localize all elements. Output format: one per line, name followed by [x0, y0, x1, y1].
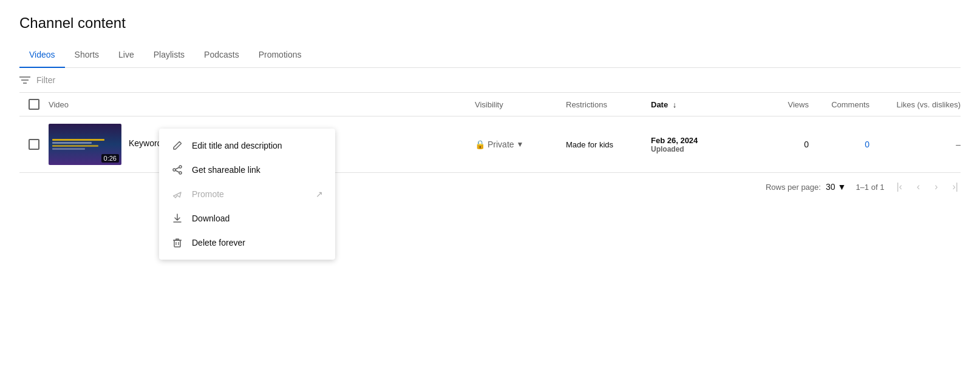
header-date[interactable]: Date ↓ — [651, 100, 748, 109]
date-value: Feb 26, 2024 — [651, 136, 748, 145]
restrictions-cell: Made for kids — [566, 140, 651, 149]
menu-share-label: Get shareable link — [192, 165, 260, 175]
filter-bar: Filter — [19, 68, 961, 93]
tabs-bar: Videos Shorts Live Playlists Podcasts Pr… — [19, 44, 961, 68]
pagination-range: 1–1 of 1 — [856, 183, 884, 192]
video-thumbnail[interactable]: 0:26 — [49, 124, 121, 165]
rows-per-page-arrow: ▼ — [838, 182, 846, 192]
menu-item-promote: Promote ↗ — [159, 182, 335, 206]
table-row: 0:26 Keyword Tracking With SEOptimer 🔒 P… — [19, 116, 961, 173]
first-page-button[interactable]: |‹ — [894, 179, 904, 195]
trash-icon — [171, 237, 183, 249]
svg-point-4 — [179, 172, 182, 174]
svg-rect-10 — [174, 240, 180, 247]
video-duration: 0:26 — [101, 154, 119, 163]
comments-cell[interactable]: 0 — [809, 140, 869, 149]
rows-per-page-label: Rows per page: — [766, 183, 821, 192]
tab-live[interactable]: Live — [109, 44, 144, 68]
pencil-icon — [171, 140, 183, 152]
menu-item-download[interactable]: Download — [159, 206, 335, 231]
share-icon — [171, 164, 183, 176]
menu-item-edit[interactable]: Edit title and description — [159, 133, 335, 158]
likes-cell: – — [869, 140, 961, 149]
restrictions-label: Made for kids — [566, 140, 613, 149]
download-icon — [171, 212, 183, 224]
tab-podcasts[interactable]: Podcasts — [194, 44, 249, 68]
visibility-label: Private — [488, 140, 514, 149]
row-checkbox[interactable] — [19, 139, 49, 150]
context-menu: Edit title and description Get shareable… — [159, 129, 335, 260]
svg-line-7 — [175, 170, 179, 172]
menu-edit-label: Edit title and description — [192, 141, 282, 150]
svg-point-8 — [173, 195, 174, 197]
views-cell: 0 — [748, 140, 809, 149]
menu-item-delete[interactable]: Delete forever — [159, 231, 335, 255]
header-likes: Likes (vs. dislikes) — [869, 100, 961, 109]
menu-item-share[interactable]: Get shareable link — [159, 158, 335, 182]
header-video: Video — [49, 100, 475, 109]
svg-point-5 — [173, 169, 175, 171]
tab-videos[interactable]: Videos — [19, 44, 65, 68]
filter-icon — [19, 76, 30, 84]
svg-line-6 — [175, 167, 179, 169]
tab-shorts[interactable]: Shorts — [65, 44, 109, 68]
date-status: Uploaded — [651, 145, 748, 153]
header-views: Views — [748, 100, 809, 109]
visibility-dropdown-arrow: ▼ — [517, 140, 524, 149]
page-wrapper: Channel content Videos Shorts Live Playl… — [0, 0, 980, 367]
external-link-icon: ↗ — [316, 189, 323, 199]
visibility-dropdown[interactable]: 🔒 Private ▼ — [475, 140, 566, 149]
tab-promotions[interactable]: Promotions — [249, 44, 311, 68]
next-page-button[interactable]: › — [932, 179, 940, 195]
visibility-cell: 🔒 Private ▼ — [475, 140, 566, 149]
rows-per-page: Rows per page: 30 ▼ — [766, 182, 846, 192]
date-cell: Feb 26, 2024 Uploaded — [651, 136, 748, 153]
svg-point-3 — [179, 166, 182, 168]
table-header: Video Visibility Restrictions Date ↓ Vie… — [19, 93, 961, 116]
rows-per-page-value: 30 — [826, 182, 835, 192]
page-title: Channel content — [19, 15, 961, 32]
tab-playlists[interactable]: Playlists — [144, 44, 194, 68]
menu-delete-label: Delete forever — [192, 238, 245, 247]
lock-icon: 🔒 — [475, 140, 485, 149]
sort-arrow-icon: ↓ — [673, 100, 677, 109]
filter-label[interactable]: Filter — [36, 75, 55, 85]
header-comments: Comments — [809, 100, 869, 109]
header-visibility: Visibility — [475, 100, 566, 109]
prev-page-button[interactable]: ‹ — [914, 179, 922, 195]
rows-per-page-select[interactable]: 30 ▼ — [826, 182, 846, 192]
menu-download-label: Download — [192, 214, 230, 223]
menu-promote-label: Promote — [192, 189, 224, 199]
promote-icon — [171, 188, 183, 200]
last-page-button[interactable]: ›| — [950, 179, 961, 195]
select-all-checkbox[interactable] — [19, 99, 49, 110]
header-restrictions: Restrictions — [566, 100, 651, 109]
